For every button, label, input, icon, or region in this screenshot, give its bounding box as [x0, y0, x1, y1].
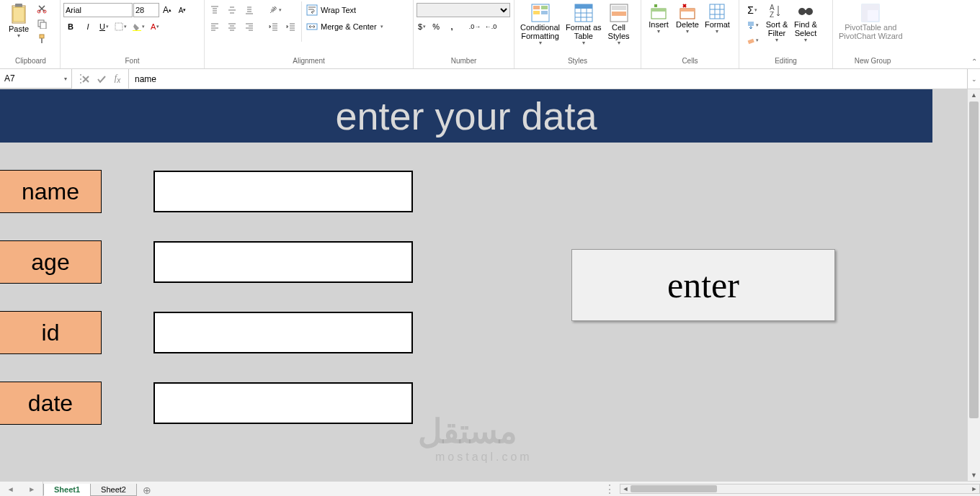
- svg-rect-16: [541, 6, 548, 9]
- group-editing: Σ▾ ▾ ▾ AZSort & Filter▾ Find & Select▾ E…: [739, 0, 833, 68]
- merge-center-button[interactable]: Merge & Center▾: [305, 19, 398, 34]
- sort-filter-icon: AZ: [768, 3, 785, 20]
- pivot-wizard-button[interactable]: PivotTable and PivotChart Wizard: [836, 1, 906, 42]
- svg-rect-20: [575, 4, 592, 9]
- input-cell-name[interactable]: [153, 171, 413, 212]
- fill-color-button[interactable]: ▾: [131, 19, 146, 34]
- orientation-button[interactable]: ab▾: [267, 3, 283, 17]
- bucket-icon: [133, 22, 141, 31]
- comma-format-button[interactable]: ,: [445, 19, 459, 34]
- sheet-tab-1[interactable]: Sheet1: [43, 484, 91, 496]
- expand-formula-bar-button[interactable]: ⌄: [967, 69, 980, 89]
- ribbon: Paste ▾ Clipboard A▴ A▾ B I U▾ ▾: [0, 0, 980, 69]
- align-right-button[interactable]: [242, 19, 257, 34]
- enter-macro-button[interactable]: enter: [571, 249, 835, 321]
- increase-indent-button[interactable]: [284, 19, 298, 34]
- insert-cells-button[interactable]: Insert▾: [644, 1, 673, 37]
- increase-font-button[interactable]: A▴: [160, 3, 174, 17]
- input-cell-age[interactable]: [153, 241, 413, 283]
- scroll-down-button[interactable]: ▼: [968, 469, 980, 481]
- delete-cells-button[interactable]: Delete▾: [673, 1, 702, 37]
- enter-formula-button[interactable]: [94, 71, 110, 87]
- border-button[interactable]: ▾: [113, 19, 128, 34]
- svg-rect-8: [41, 38, 43, 43]
- form-title-cell[interactable]: enter your data: [0, 89, 932, 143]
- font-color-button[interactable]: A▾: [149, 19, 161, 34]
- paste-button[interactable]: Paste ▾: [4, 1, 33, 41]
- group-clipboard: Paste ▾ Clipboard: [1, 0, 61, 68]
- tab-nav-next-button[interactable]: ►: [28, 485, 35, 493]
- insert-icon: [650, 3, 667, 20]
- group-font: A▴ A▾ B I U▾ ▾ ▾ A▾ Font: [61, 0, 205, 68]
- name-box-dropdown-icon[interactable]: ▾: [64, 76, 67, 82]
- number-format-select[interactable]: [416, 3, 510, 17]
- label-cell-name[interactable]: name: [0, 170, 102, 213]
- tab-nav-prev-button[interactable]: ◄: [7, 485, 14, 493]
- input-cell-date[interactable]: [153, 382, 413, 424]
- format-cells-button[interactable]: Format▾: [702, 1, 733, 37]
- autosum-button[interactable]: Σ▾: [742, 3, 762, 17]
- decrease-font-button[interactable]: A▾: [175, 3, 190, 17]
- group-label-number: Number: [416, 57, 511, 68]
- increase-decimal-button[interactable]: .0→: [468, 19, 482, 34]
- find-select-button[interactable]: Find & Select▾: [791, 1, 820, 45]
- format-painter-button[interactable]: [35, 32, 49, 46]
- decrease-indent-button[interactable]: [267, 19, 281, 34]
- label-cell-id[interactable]: id: [0, 311, 102, 354]
- hscroll-thumb[interactable]: [631, 485, 717, 492]
- align-left-button[interactable]: [208, 19, 222, 34]
- new-sheet-button[interactable]: ⊕: [136, 484, 158, 496]
- format-icon: [708, 3, 726, 20]
- format-as-table-button[interactable]: Format as Table▾: [563, 1, 605, 48]
- check-icon: [97, 75, 107, 84]
- font-name-select[interactable]: [63, 3, 133, 17]
- conditional-formatting-icon: [530, 3, 551, 23]
- clear-button[interactable]: ▾: [742, 33, 762, 48]
- cell-styles-button[interactable]: Cell Styles▾: [605, 1, 633, 48]
- label-cell-age[interactable]: age: [0, 240, 102, 284]
- format-table-label: Format as Table: [566, 23, 602, 40]
- decrease-decimal-button[interactable]: ←.0: [484, 19, 498, 34]
- scroll-left-button[interactable]: ◄: [620, 485, 631, 492]
- fx-button[interactable]: fx: [110, 71, 125, 87]
- align-middle-button[interactable]: [225, 3, 239, 17]
- align-center-button[interactable]: [225, 19, 239, 34]
- italic-button[interactable]: I: [81, 19, 95, 34]
- font-size-select[interactable]: [133, 3, 159, 17]
- scroll-up-button[interactable]: ▲: [968, 89, 980, 101]
- sort-filter-button[interactable]: AZSort & Filter▾: [762, 1, 791, 45]
- sheet-tab-2[interactable]: Sheet2: [90, 484, 137, 496]
- collapse-ribbon-button[interactable]: ⌃: [971, 58, 977, 66]
- formula-input[interactable]: [129, 69, 967, 89]
- svg-text:Z: Z: [770, 11, 774, 19]
- group-label-newgroup: New Group: [836, 57, 909, 68]
- copy-button[interactable]: [35, 17, 49, 31]
- accounting-format-button[interactable]: $▾: [416, 19, 427, 34]
- vertical-scrollbar[interactable]: ▲ ▼: [967, 89, 980, 481]
- cancel-formula-button[interactable]: [78, 71, 94, 87]
- label-cell-date[interactable]: date: [0, 382, 102, 425]
- name-box[interactable]: A7 ▾: [0, 69, 72, 89]
- underline-button[interactable]: U▾: [98, 19, 110, 34]
- wrap-text-label: Wrap Text: [321, 6, 356, 14]
- vscroll-thumb[interactable]: [969, 102, 979, 418]
- input-cell-id[interactable]: [153, 312, 413, 353]
- worksheet[interactable]: enter your data name age id date: [0, 89, 967, 481]
- wrap-text-button[interactable]: Wrap Text: [305, 3, 384, 17]
- scissors-icon: [37, 4, 47, 14]
- group-number: $▾ % , .0→ ←.0 Number: [414, 0, 514, 68]
- fill-button[interactable]: ▾: [742, 18, 762, 32]
- cell-styles-icon: [609, 3, 629, 23]
- svg-rect-12: [307, 5, 317, 15]
- cut-button[interactable]: [35, 1, 49, 16]
- conditional-formatting-button[interactable]: Conditional Formatting▾: [517, 1, 563, 48]
- svg-rect-17: [533, 11, 540, 14]
- scroll-right-button[interactable]: ►: [969, 485, 979, 492]
- cell-styles-label: Cell Styles: [608, 23, 630, 40]
- percent-format-button[interactable]: %: [429, 19, 443, 34]
- svg-rect-39: [862, 4, 879, 10]
- align-bottom-button[interactable]: [242, 3, 257, 17]
- bold-button[interactable]: B: [63, 19, 78, 34]
- align-top-button[interactable]: [208, 3, 222, 17]
- horizontal-scrollbar[interactable]: ⋮ ◄ ►: [158, 482, 980, 496]
